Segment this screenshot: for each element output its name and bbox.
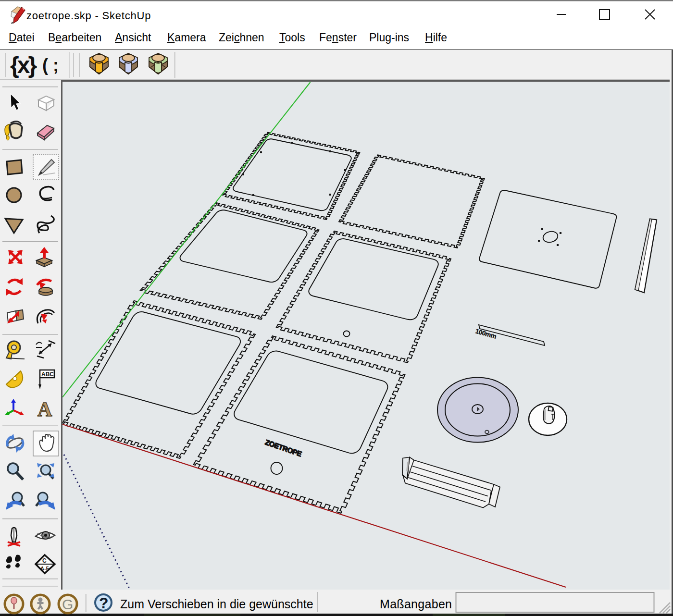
svg-text:G: G [62,596,73,612]
svg-text:{x}: {x} [10,52,37,78]
svg-text:A: A [37,398,52,420]
svg-text:C: C [42,557,47,564]
svg-text:?: ? [99,594,109,612]
svg-text:ABC: ABC [41,371,54,378]
svg-text:( ;: ( ; [42,55,59,75]
svg-text:A-5: A-5 [40,566,49,571]
